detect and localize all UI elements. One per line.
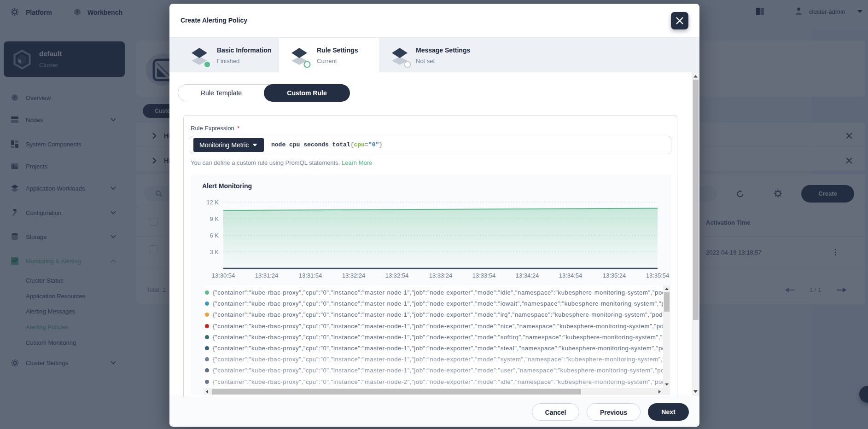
svg-text:13:34:54: 13:34:54: [559, 272, 583, 279]
svg-text:13:32:54: 13:32:54: [385, 272, 409, 279]
svg-text:13:31:24: 13:31:24: [255, 272, 279, 279]
svg-text:13:32:24: 13:32:24: [342, 272, 366, 279]
svg-text:13:35:24: 13:35:24: [603, 272, 626, 279]
svg-text:13:34:24: 13:34:24: [516, 272, 539, 279]
svg-text:13:33:54: 13:33:54: [472, 272, 496, 279]
svg-text:6 K: 6 K: [210, 232, 219, 239]
svg-text:9 K: 9 K: [210, 215, 219, 222]
svg-text:13:35:54: 13:35:54: [646, 272, 670, 279]
svg-text:13:30:54: 13:30:54: [212, 272, 235, 279]
svg-text:3 K: 3 K: [210, 249, 219, 255]
svg-text:13:33:24: 13:33:24: [429, 272, 453, 279]
svg-text:12 K: 12 K: [206, 199, 219, 206]
svg-text:13:31:54: 13:31:54: [299, 272, 322, 279]
